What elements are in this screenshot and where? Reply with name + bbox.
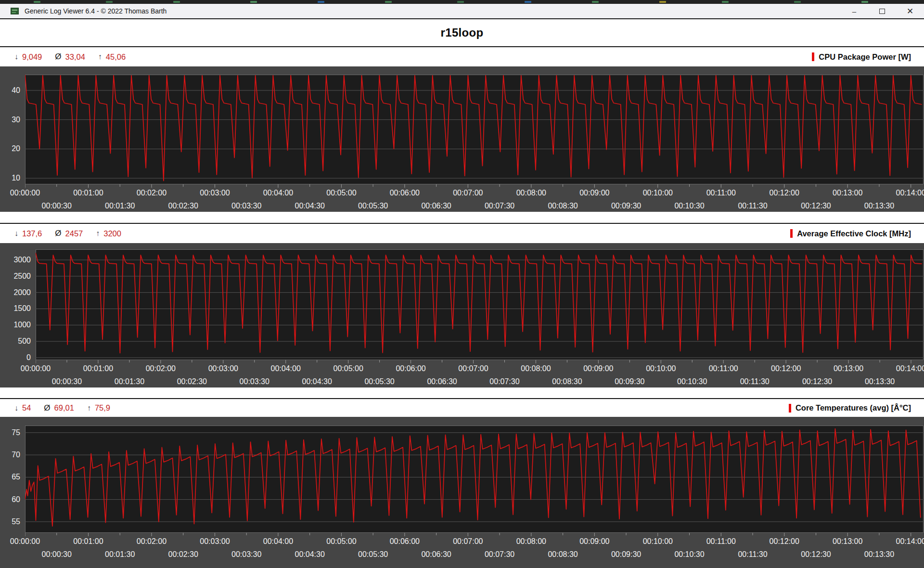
divider-gap bbox=[0, 212, 924, 223]
x-tick-label: 00:01:30 bbox=[115, 377, 144, 386]
minimize-button[interactable]: – bbox=[840, 4, 868, 18]
chart-plot-core-temps[interactable]: 757065605500:00:0000:01:0000:02:0000:03:… bbox=[0, 417, 924, 568]
stat-max: 75,9 bbox=[95, 403, 110, 413]
chart-header-core-temps: ↓54 Ø69,01 ↑75,9 Core Temperatures (avg)… bbox=[0, 398, 924, 417]
window-titlebar: Generic Log Viewer 6.4 - © 2022 Thomas B… bbox=[0, 4, 924, 19]
x-tick-label: 00:06:00 bbox=[390, 188, 420, 197]
x-tick-label: 00:13:30 bbox=[864, 550, 894, 559]
avg-icon: Ø bbox=[55, 229, 61, 238]
close-button[interactable]: ✕ bbox=[896, 4, 924, 18]
chart-canvas[interactable] bbox=[36, 249, 924, 364]
x-tick-label: 00:02:00 bbox=[137, 537, 167, 546]
x-tick-label: 00:03:30 bbox=[240, 377, 270, 386]
x-tick-label: 00:03:30 bbox=[231, 550, 261, 559]
x-tick-label: 00:09:00 bbox=[579, 188, 609, 197]
stat-min: 137,6 bbox=[22, 229, 42, 238]
x-tick-label: 00:10:30 bbox=[674, 201, 704, 210]
x-tick-label: 00:08:30 bbox=[552, 377, 582, 386]
x-tick-label: 00:04:30 bbox=[295, 201, 325, 210]
chart-header-cpu-power: ↓9,049 Ø33,04 ↑45,06 CPU Package Power [… bbox=[0, 46, 924, 66]
x-tick-label: 00:00:00 bbox=[21, 364, 51, 373]
x-tick-label: 00:00:30 bbox=[42, 550, 72, 559]
y-tick-label: 75 bbox=[0, 428, 20, 438]
x-tick-label: 00:09:00 bbox=[583, 364, 613, 373]
background-window-strip bbox=[0, 0, 924, 4]
y-tick-label: 1000 bbox=[0, 320, 31, 330]
x-tick-label: 00:00:30 bbox=[52, 377, 82, 386]
x-tick-label: 00:03:00 bbox=[200, 537, 230, 546]
stat-avg: 2457 bbox=[65, 229, 83, 238]
chart-plot-cpu-power[interactable]: 4030201000:00:0000:01:0000:02:0000:03:00… bbox=[0, 66, 924, 212]
x-tick-label: 00:12:30 bbox=[801, 550, 831, 559]
x-tick-label: 00:05:00 bbox=[326, 537, 356, 546]
x-tick-label: 00:07:00 bbox=[453, 537, 483, 546]
x-tick-label: 00:01:30 bbox=[105, 201, 135, 210]
x-tick-label: 00:06:00 bbox=[396, 364, 425, 373]
x-tick-label: 00:07:30 bbox=[485, 550, 514, 559]
x-tick-label: 00:09:30 bbox=[615, 377, 644, 386]
stat-min: 54 bbox=[22, 403, 31, 413]
x-tick-label: 00:06:00 bbox=[390, 537, 420, 546]
x-tick-label: 00:08:30 bbox=[548, 201, 578, 210]
x-tick-label: 00:08:00 bbox=[516, 537, 546, 546]
x-tick-label: 00:13:00 bbox=[833, 188, 862, 197]
y-tick-label: 30 bbox=[0, 115, 20, 125]
chart-canvas[interactable] bbox=[25, 426, 924, 537]
x-tick-label: 00:05:00 bbox=[334, 364, 363, 373]
x-tick-label: 00:03:00 bbox=[208, 364, 238, 373]
max-arrow-icon: ↑ bbox=[98, 52, 102, 61]
x-tick-label: 00:00:00 bbox=[10, 537, 40, 546]
x-tick-label: 00:01:00 bbox=[73, 188, 103, 197]
x-tick-label: 00:11:00 bbox=[706, 188, 736, 197]
page-title-band: r15loop bbox=[0, 19, 924, 46]
y-tick-label: 1500 bbox=[0, 304, 31, 313]
x-tick-label: 00:09:30 bbox=[611, 550, 641, 559]
x-tick-label: 00:11:30 bbox=[738, 550, 767, 559]
x-tick-label: 00:14:00 bbox=[896, 188, 924, 197]
x-tick-label: 00:10:30 bbox=[677, 377, 707, 386]
legend-color-bar bbox=[789, 404, 791, 413]
min-arrow-icon: ↓ bbox=[14, 52, 18, 61]
y-tick-label: 70 bbox=[0, 450, 20, 460]
x-tick-label: 00:03:00 bbox=[200, 188, 230, 197]
x-tick-label: 00:08:00 bbox=[521, 364, 551, 373]
chart-canvas[interactable] bbox=[25, 75, 924, 188]
x-tick-label: 00:00:30 bbox=[42, 201, 72, 210]
max-arrow-icon: ↑ bbox=[96, 229, 100, 238]
x-tick-label: 00:01:00 bbox=[73, 537, 103, 546]
stat-min: 9,049 bbox=[22, 52, 42, 62]
x-tick-label: 00:14:00 bbox=[896, 537, 924, 546]
x-tick-label: 00:12:00 bbox=[771, 364, 801, 373]
maximize-button[interactable] bbox=[868, 4, 896, 18]
x-tick-label: 00:12:30 bbox=[801, 201, 831, 210]
x-tick-label: 00:08:30 bbox=[548, 550, 578, 559]
x-tick-label: 00:01:30 bbox=[105, 550, 135, 559]
legend-core-temps: Core Temperatures (avg) [Â°C] bbox=[789, 403, 911, 413]
x-tick-label: 00:07:30 bbox=[489, 377, 519, 386]
stats-effective-clock: ↓137,6 Ø2457 ↑3200 bbox=[14, 229, 134, 238]
legend-color-bar bbox=[790, 229, 793, 238]
x-tick-label: 00:11:30 bbox=[740, 377, 770, 386]
y-tick-label: 65 bbox=[0, 472, 20, 482]
stat-avg: 69,01 bbox=[54, 403, 74, 413]
x-tick-label: 00:04:00 bbox=[271, 364, 301, 373]
x-tick-label: 00:13:00 bbox=[834, 364, 863, 373]
y-tick-label: 60 bbox=[0, 495, 20, 504]
x-tick-label: 00:10:00 bbox=[643, 537, 673, 546]
x-tick-label: 00:06:30 bbox=[421, 201, 451, 210]
x-tick-label: 00:12:00 bbox=[770, 537, 799, 546]
chart-plot-effective-clock[interactable]: 30002500200015001000500000:00:0000:01:00… bbox=[0, 243, 924, 387]
x-tick-label: 00:07:00 bbox=[453, 188, 483, 197]
stat-max: 3200 bbox=[103, 229, 121, 238]
y-tick-label: 55 bbox=[0, 517, 20, 527]
y-tick-label: 500 bbox=[0, 336, 31, 346]
y-tick-label: 0 bbox=[0, 353, 31, 362]
x-tick-label: 00:05:30 bbox=[364, 377, 394, 386]
x-tick-label: 00:13:30 bbox=[865, 377, 895, 386]
x-tick-label: 00:00:00 bbox=[10, 188, 40, 197]
x-tick-label: 00:08:00 bbox=[516, 188, 546, 197]
x-tick-label: 00:02:30 bbox=[177, 377, 207, 386]
legend-label: Average Effective Clock [MHz] bbox=[797, 229, 911, 238]
x-tick-label: 00:13:30 bbox=[864, 201, 894, 210]
legend-label: CPU Package Power [W] bbox=[819, 52, 911, 62]
